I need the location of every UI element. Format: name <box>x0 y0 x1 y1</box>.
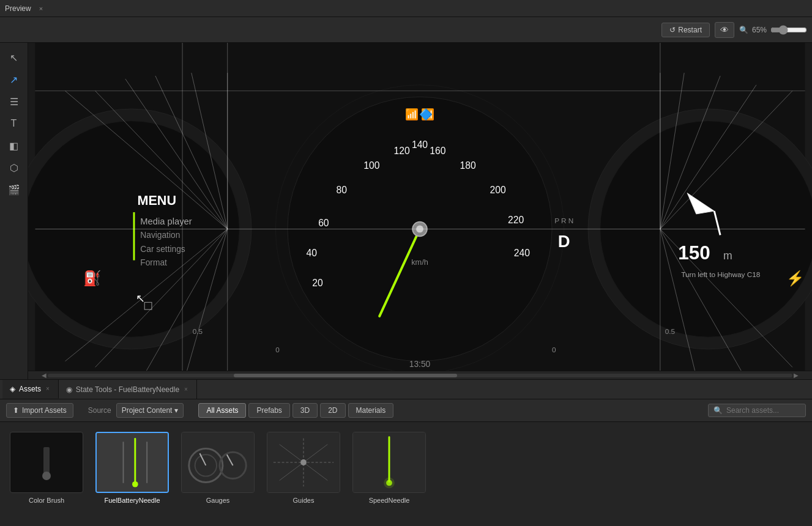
svg-text:↖: ↖ <box>136 292 145 305</box>
chevron-down-icon: ▾ <box>174 406 178 415</box>
share-tool-icon[interactable]: ⬡ <box>4 158 24 177</box>
cursor-tool-icon[interactable]: ↖ <box>4 48 24 67</box>
title-bar-close[interactable]: × <box>36 4 46 13</box>
asset-toolbar: ⬆ Import Assets Source Project Content ▾… <box>0 399 812 422</box>
svg-text:Car settings: Car settings <box>140 245 185 254</box>
state-tools-tab-close[interactable]: × <box>183 385 189 394</box>
assets-tab-icon: ◈ <box>10 385 15 393</box>
svg-text:80: 80 <box>337 185 348 195</box>
svg-text:20: 20 <box>312 278 323 288</box>
svg-text:140: 140 <box>412 139 428 150</box>
asset-label-guides: Guides <box>293 497 315 504</box>
scroll-left-arrow[interactable]: ◀ <box>40 371 48 379</box>
svg-rect-73 <box>97 433 168 492</box>
filter-materials-button[interactable]: Materials <box>348 403 394 418</box>
asset-thumb-guides <box>267 432 340 493</box>
camera-tool-icon[interactable]: 🎬 <box>4 180 24 199</box>
filter-3d-button[interactable]: 3D <box>292 403 318 418</box>
asset-label-gauges: Gauges <box>206 497 230 504</box>
svg-text:100: 100 <box>363 160 379 171</box>
visibility-button[interactable]: 👁 <box>715 22 734 38</box>
svg-text:220: 220 <box>508 215 524 225</box>
filter-prefabs-button[interactable]: Prefabs <box>248 403 289 418</box>
asset-label-fuel-battery-needle: FuelBatteryNeedle <box>104 497 160 504</box>
select-tool-icon[interactable]: ↗ <box>4 70 24 89</box>
asset-label-color-brush: Color Brush <box>29 497 64 504</box>
zoom-icon: 🔍 <box>739 26 748 34</box>
tab-state-tools[interactable]: ◉ State Tools - FuelBatteryNeedle × <box>59 380 197 399</box>
bottom-panel: ◈ Assets × ◉ State Tools - FuelBatteryNe… <box>0 379 812 526</box>
import-icon: ⬆ <box>13 406 19 415</box>
tab-assets[interactable]: ◈ Assets × <box>2 380 59 399</box>
svg-point-93 <box>384 478 395 489</box>
asset-item-fuel-battery-needle[interactable]: FuelBatteryNeedle <box>93 429 171 506</box>
svg-text:⚡: ⚡ <box>786 270 805 287</box>
svg-text:Format: Format <box>140 258 167 267</box>
scrollbar-track[interactable] <box>48 374 792 377</box>
scrollbar-thumb[interactable] <box>234 374 457 377</box>
svg-text:MENU: MENU <box>137 193 176 208</box>
search-icon: 🔍 <box>713 406 723 415</box>
asset-item-speed-needle[interactable]: SpeedNeedle <box>350 429 428 506</box>
search-area[interactable]: 🔍 <box>708 404 806 417</box>
list-tool-icon[interactable]: ☰ <box>4 92 24 111</box>
search-input[interactable] <box>726 406 800 415</box>
left-sidebar: ↖ ↗ ☰ T ◧ ⬡ 🎬 <box>0 43 28 379</box>
svg-point-72 <box>42 472 51 480</box>
svg-text:D: D <box>558 232 570 251</box>
svg-text:160: 160 <box>430 146 445 156</box>
canvas-scrollbar: ◀ ▶ <box>28 371 812 379</box>
state-tools-tab-icon: ◉ <box>66 385 72 394</box>
text-tool-icon[interactable]: T <box>4 114 24 133</box>
svg-text:13:50: 13:50 <box>409 360 431 369</box>
main-area: ↖ ↗ ☰ T ◧ ⬡ 🎬 ⛽ 0.5 0 80 100 120 140 160 <box>0 43 812 379</box>
svg-text:120: 120 <box>393 146 409 156</box>
asset-thumb-fuel-battery <box>95 432 169 493</box>
restart-button[interactable]: ↺ Restart <box>661 23 710 37</box>
source-label: Source <box>88 406 111 415</box>
svg-text:🔷: 🔷 <box>419 108 433 121</box>
zoom-area: 🔍 65% <box>739 25 807 35</box>
svg-text:40: 40 <box>306 248 317 258</box>
asset-item-gauges[interactable]: Gauges <box>179 429 257 506</box>
filter-all-button[interactable]: All Assets <box>198 403 246 418</box>
state-tools-tab-label: State Tools - FuelBatteryNeedle <box>76 385 179 394</box>
svg-rect-71 <box>43 447 50 475</box>
asset-grid: Color Brush FuelBatteryNeedle <box>0 422 812 526</box>
svg-text:Media player: Media player <box>140 217 192 226</box>
assets-tab-close[interactable]: × <box>45 384 51 393</box>
import-assets-button[interactable]: ⬆ Import Assets <box>6 403 73 418</box>
svg-point-89 <box>300 459 307 465</box>
zoom-slider[interactable] <box>770 25 807 35</box>
canvas-area: ⛽ 0.5 0 80 100 120 140 160 180 200 220 2… <box>28 43 812 379</box>
svg-text:0.5: 0.5 <box>193 327 203 335</box>
svg-text:60: 60 <box>318 218 329 228</box>
asset-item-guides[interactable]: Guides <box>264 429 343 506</box>
svg-text:km/h: km/h <box>411 257 428 267</box>
svg-text:0: 0 <box>275 346 280 354</box>
asset-thumb-gauges <box>181 432 255 493</box>
dashboard-canvas: ⛽ 0.5 0 80 100 120 140 160 180 200 220 2… <box>28 43 812 379</box>
svg-text:Navigation: Navigation <box>140 231 180 240</box>
app-title: Preview <box>5 4 31 13</box>
restart-icon: ↺ <box>669 26 676 34</box>
asset-thumb-color-brush <box>10 432 83 493</box>
title-bar: Preview × <box>0 0 812 17</box>
svg-text:200: 200 <box>490 185 506 195</box>
svg-text:P R N: P R N <box>554 217 573 224</box>
tabs-bar: ◈ Assets × ◉ State Tools - FuelBatteryNe… <box>0 380 812 399</box>
scroll-right-arrow[interactable]: ▶ <box>792 371 800 379</box>
filter-buttons: All Assets Prefabs 3D 2D Materials <box>198 403 393 418</box>
source-dropdown[interactable]: Project Content ▾ <box>116 403 184 418</box>
toolbar-right: ↺ Restart 👁 🔍 65% <box>661 22 807 38</box>
svg-text:0.5: 0.5 <box>665 327 676 335</box>
svg-text:Turn left to Highway C18: Turn left to Highway C18 <box>681 270 760 278</box>
svg-text:180: 180 <box>460 160 475 171</box>
svg-text:m: m <box>723 250 732 262</box>
asset-item-color-brush[interactable]: Color Brush <box>7 429 86 506</box>
asset-thumb-speed-needle <box>352 432 426 493</box>
assets-tab-label: Assets <box>19 385 41 393</box>
main-toolbar: ↺ Restart 👁 🔍 65% <box>0 17 812 43</box>
layers-tool-icon[interactable]: ◧ <box>4 136 24 155</box>
filter-2d-button[interactable]: 2D <box>320 403 345 418</box>
